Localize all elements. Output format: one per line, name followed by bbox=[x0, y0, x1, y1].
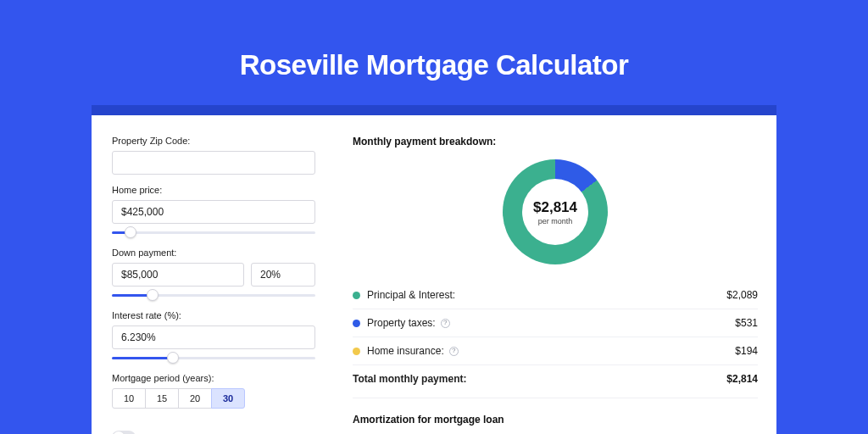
legend-label: Property taxes: bbox=[367, 317, 436, 329]
legend-total-label: Total monthly payment: bbox=[353, 373, 466, 385]
down-label: Down payment: bbox=[112, 248, 337, 258]
donut-amount: $2,814 bbox=[533, 199, 577, 216]
legend-value: $531 bbox=[735, 317, 758, 329]
amortization-heading: Amortization for mortgage loan bbox=[353, 398, 758, 426]
legend-value: $194 bbox=[735, 345, 758, 357]
zip-field: Property Zip Code: bbox=[112, 136, 337, 178]
slider-thumb[interactable] bbox=[125, 226, 136, 238]
donut-center: $2,814 per month bbox=[522, 179, 588, 245]
info-icon[interactable]: ? bbox=[449, 347, 459, 356]
period-option-10[interactable]: 10 bbox=[112, 388, 146, 409]
legend: Principal & Interest:$2,089Property taxe… bbox=[353, 281, 758, 392]
slider-thumb[interactable] bbox=[147, 289, 159, 301]
rate-label: Interest rate (%): bbox=[112, 310, 337, 320]
page-title: Roseville Mortgage Calculator bbox=[0, 0, 868, 105]
calculator-card: Property Zip Code: Home price: Down paym… bbox=[92, 115, 776, 434]
donut-wrap: $2,814 per month bbox=[353, 154, 758, 276]
legend-total-value: $2,814 bbox=[726, 373, 758, 385]
period-field: Mortgage period (years): 10152030 bbox=[112, 373, 337, 409]
slider-track bbox=[112, 231, 315, 234]
legend-row: Principal & Interest:$2,089 bbox=[353, 281, 758, 309]
down-slider[interactable] bbox=[112, 290, 315, 302]
zip-input[interactable] bbox=[112, 151, 315, 175]
slider-thumb[interactable] bbox=[167, 352, 179, 364]
rate-input[interactable] bbox=[112, 326, 315, 349]
legend-value: $2,089 bbox=[726, 289, 758, 301]
period-option-15[interactable]: 15 bbox=[145, 388, 179, 409]
down-percent-input[interactable] bbox=[251, 263, 315, 287]
price-input[interactable] bbox=[112, 200, 315, 224]
price-slider[interactable] bbox=[112, 227, 315, 239]
breakdown-heading: Monthly payment breakdown: bbox=[353, 136, 758, 147]
breakdown-panel: Monthly payment breakdown: $2,814 per mo… bbox=[337, 115, 776, 434]
legend-dot bbox=[353, 348, 360, 355]
down-field: Down payment: bbox=[112, 248, 337, 302]
rate-slider[interactable] bbox=[112, 353, 315, 364]
period-option-30[interactable]: 30 bbox=[211, 388, 245, 409]
slider-fill bbox=[112, 357, 173, 359]
card-band: Property Zip Code: Home price: Down paym… bbox=[92, 105, 776, 434]
period-option-20[interactable]: 20 bbox=[178, 388, 212, 409]
legend-dot bbox=[353, 292, 360, 299]
zip-label: Property Zip Code: bbox=[112, 136, 337, 146]
price-field: Home price: bbox=[112, 185, 337, 239]
form-panel: Property Zip Code: Home price: Down paym… bbox=[92, 115, 337, 434]
price-label: Home price: bbox=[112, 185, 337, 195]
donut-chart: $2,814 per month bbox=[503, 159, 608, 264]
rate-field: Interest rate (%): bbox=[112, 310, 337, 364]
period-label: Mortgage period (years): bbox=[112, 373, 337, 383]
legend-row: Home insurance:?$194 bbox=[353, 337, 758, 364]
legend-row: Property taxes:?$531 bbox=[353, 309, 758, 337]
donut-subtext: per month bbox=[538, 217, 573, 225]
legend-dot bbox=[353, 320, 360, 327]
veteran-row: I am veteran or military bbox=[112, 431, 337, 434]
legend-total-row: Total monthly payment:$2,814 bbox=[353, 364, 758, 392]
veteran-toggle[interactable] bbox=[112, 431, 136, 434]
period-options: 10152030 bbox=[112, 388, 315, 409]
down-amount-input[interactable] bbox=[112, 263, 244, 287]
legend-label: Home insurance: bbox=[367, 345, 444, 357]
legend-label: Principal & Interest: bbox=[367, 289, 455, 301]
info-icon[interactable]: ? bbox=[441, 319, 450, 328]
